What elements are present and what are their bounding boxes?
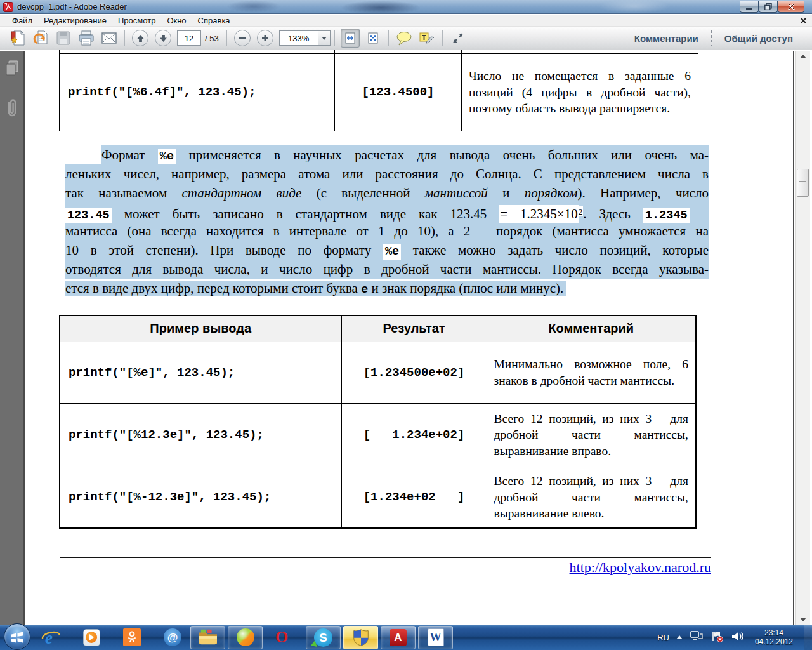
start-button[interactable] <box>4 623 30 650</box>
printf-table-partial: printf("[%6.4f]", 123.45); [123.4500] Чи… <box>59 50 698 131</box>
menu-file[interactable]: Файл <box>6 15 38 26</box>
windows-explorer-taskbar-button[interactable] <box>190 626 225 649</box>
email-button[interactable] <box>100 29 119 48</box>
paragraph-line: так называемом стандартном виде (с выдел… <box>65 183 709 202</box>
chevron-down-icon <box>322 37 327 40</box>
pdf-page: printf("[%6.4f]", 123.45); [123.4500] Чи… <box>27 51 794 625</box>
toolbar-right-panel: Комментарии Общий доступ <box>622 30 806 46</box>
menu-edit[interactable]: Редактирование <box>38 15 112 26</box>
clock-time: 23:14 <box>755 628 793 637</box>
footer-link-line: http://kpolyakov.narod.ru <box>60 559 711 576</box>
attachments-paperclip-icon[interactable] <box>5 97 19 121</box>
skype-taskbar-button[interactable]: S <box>306 626 341 649</box>
sign-document-button[interactable] <box>417 29 436 48</box>
clock-date: 04.12.2012 <box>755 637 793 646</box>
scrollbar-thumb[interactable] <box>797 169 809 197</box>
printf-e-format-table: Пример вывода Результат Комментарий prin… <box>59 315 697 529</box>
taskbar: e @ O S A W <box>0 625 812 650</box>
save-button[interactable] <box>54 29 73 48</box>
show-desktop-button[interactable] <box>804 625 812 650</box>
menu-view[interactable]: Просмотр <box>112 15 161 26</box>
zoom-level-value[interactable]: 133% <box>279 30 318 46</box>
adobe-reader-taskbar-button[interactable]: A <box>381 626 416 649</box>
fit-width-button[interactable] <box>341 29 360 48</box>
table-header-comment: Комментарий <box>487 315 696 342</box>
table-cell-code: printf("[%6.4f]", 123.45); <box>60 53 335 131</box>
hidden-icons-arrow-icon[interactable] <box>676 635 683 639</box>
language-indicator[interactable]: RU <box>657 633 669 642</box>
sphere-app-taskbar-button[interactable] <box>228 626 263 649</box>
fit-page-button[interactable] <box>363 29 383 48</box>
next-page-button[interactable] <box>154 29 173 48</box>
table-header-example: Пример вывода <box>60 315 341 342</box>
previous-page-button[interactable] <box>131 29 150 48</box>
system-tray: RU 23:14 04.12.2012 <box>657 625 812 650</box>
close-button[interactable] <box>778 1 804 13</box>
network-icon[interactable] <box>690 630 704 644</box>
minimize-button[interactable] <box>740 1 759 13</box>
uac-shield-taskbar-button[interactable] <box>343 626 378 649</box>
window-controls <box>740 1 804 13</box>
page-count-label: / 53 <box>205 34 219 43</box>
footer-rule <box>60 557 711 558</box>
menubar: Файл Редактирование Просмотр Окно Справк… <box>0 15 812 27</box>
table-cell-comment: Минимально возможное поле, 6 знаков в др… <box>487 342 696 403</box>
table-header-result: Результат <box>341 315 487 342</box>
window-title: devcpp_1.pdf - Adobe Reader <box>17 2 127 11</box>
toolbar-separator <box>124 30 125 46</box>
zoom-dropdown-button[interactable] <box>318 30 331 46</box>
skype-cursor-icon <box>311 640 319 649</box>
menu-help[interactable]: Справка <box>192 15 236 26</box>
zoom-in-button[interactable] <box>256 29 275 48</box>
comment-bubble-button[interactable] <box>395 29 414 48</box>
zoom-out-button[interactable] <box>233 29 252 48</box>
page-number-input[interactable] <box>177 30 201 46</box>
vertical-scrollbar[interactable] <box>795 51 810 625</box>
print-button[interactable] <box>77 29 96 48</box>
paragraph-line: отводятся для вывода числа, и число цифр… <box>65 260 709 279</box>
scroll-down-button[interactable] <box>796 614 811 625</box>
internet-explorer-icon[interactable]: e <box>38 625 63 650</box>
titlebar: devcpp_1.pdf - Adobe Reader <box>0 0 812 14</box>
toolbar: / 53 133% Комментарии Общий <box>0 27 812 50</box>
adobe-reader-window: devcpp_1.pdf - Adobe Reader Файл Редакти… <box>0 0 812 650</box>
fullscreen-button[interactable] <box>449 29 468 48</box>
toolbar-separator <box>388 30 389 46</box>
mailru-agent-icon[interactable]: @ <box>160 625 185 650</box>
share-panel-button[interactable]: Общий доступ <box>712 33 806 44</box>
volume-icon[interactable] <box>731 631 744 644</box>
restore-button[interactable] <box>759 1 778 13</box>
paragraph-line: 10 в этой степени). При выводе по формат… <box>65 241 709 260</box>
scroll-up-button[interactable] <box>796 51 811 62</box>
uac-shield-icon <box>353 628 369 646</box>
table-cell-result: [1.234e+02 ] <box>341 467 487 528</box>
comments-panel-button[interactable]: Комментарии <box>622 33 711 44</box>
media-player-icon[interactable] <box>79 625 104 650</box>
save-copy-button[interactable] <box>31 29 50 48</box>
table-cell-comment: Всего 12 позиций, из них 3 – для дробной… <box>487 467 696 528</box>
clock[interactable]: 23:14 04.12.2012 <box>755 628 793 646</box>
odnoklassniki-icon[interactable] <box>119 625 145 650</box>
table-cell-result: [1.234500e+02] <box>341 342 487 403</box>
table-cell-result: [123.4500] <box>335 53 462 131</box>
table-cell-code: printf("[%-12.3e]", 123.45); <box>60 467 341 528</box>
footer-hyperlink[interactable]: http://kpolyakov.narod.ru <box>570 559 711 575</box>
table-cell-result: [ 1.234e+02] <box>341 403 487 467</box>
paragraph-line: 123.45 может быть записано в стандартном… <box>65 202 709 222</box>
table-cell-code: printf("[%e]", 123.45); <box>60 342 341 403</box>
action-center-flag-icon[interactable] <box>710 630 724 645</box>
paragraph-line: ется в виде двух цифр, перед которыми ст… <box>65 279 709 298</box>
selected-paragraph: Формат %e применяется в научных расчетах… <box>65 145 709 298</box>
table-cell-code: printf("[%12.3e]", 123.45); <box>60 403 341 467</box>
document-workarea: printf("[%6.4f]", 123.45); [123.4500] Чи… <box>0 51 812 625</box>
opera-icon[interactable]: O <box>269 625 294 650</box>
triangle-up-icon <box>800 55 806 58</box>
menubar-close-icon[interactable] <box>801 18 806 23</box>
toolbar-separator <box>226 30 227 46</box>
page-thumbnails-icon[interactable] <box>4 60 20 79</box>
menu-window[interactable]: Окно <box>161 15 192 26</box>
word-taskbar-button[interactable]: W <box>418 626 453 649</box>
open-file-button[interactable] <box>8 29 27 48</box>
triangle-down-icon <box>800 618 806 621</box>
paragraph-line: леньких чисел, например, размера атома и… <box>65 164 709 183</box>
